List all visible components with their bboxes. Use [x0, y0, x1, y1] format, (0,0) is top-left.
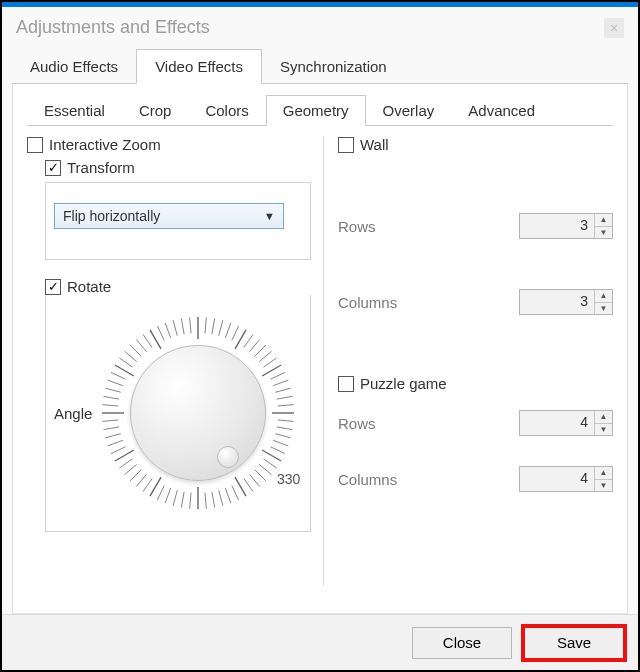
- svg-line-49: [111, 447, 126, 454]
- svg-line-52: [104, 427, 120, 430]
- svg-line-44: [137, 474, 147, 486]
- checkbox-icon: [338, 376, 354, 392]
- svg-line-64: [137, 339, 147, 351]
- puzzle-rows-spinner[interactable]: 4 ▲▼: [519, 410, 613, 436]
- svg-line-22: [274, 440, 289, 445]
- tab-overlay[interactable]: Overlay: [366, 95, 452, 125]
- tab-geometry[interactable]: Geometry: [266, 95, 366, 126]
- transform-checkbox[interactable]: Transform: [45, 159, 311, 176]
- stepper-down-icon[interactable]: ▼: [594, 480, 612, 492]
- svg-line-59: [111, 372, 126, 379]
- wall-rows-label: Rows: [338, 218, 376, 235]
- svg-line-12: [262, 365, 281, 376]
- geometry-left-column: Interactive Zoom Transform Flip horizont…: [27, 136, 323, 586]
- dial-end-value: 330: [277, 471, 300, 487]
- svg-line-55: [103, 405, 119, 406]
- tab-advanced[interactable]: Advanced: [451, 95, 552, 125]
- svg-line-68: [166, 323, 171, 338]
- tab-audio-effects[interactable]: Audio Effects: [12, 50, 136, 83]
- wall-checkbox[interactable]: Wall: [338, 136, 613, 153]
- checkbox-icon: [45, 160, 61, 176]
- sub-tabs: Essential Crop Colors Geometry Overlay A…: [27, 94, 613, 126]
- tab-crop[interactable]: Crop: [122, 95, 189, 125]
- interactive-zoom-checkbox[interactable]: Interactive Zoom: [27, 136, 311, 153]
- close-button[interactable]: Close: [412, 627, 512, 659]
- puzzle-cols-label: Columns: [338, 471, 397, 488]
- angle-label: Angle: [54, 405, 92, 422]
- titlebar: Adjustments and Effects ×: [2, 2, 638, 44]
- stepper-up-icon[interactable]: ▲: [594, 467, 612, 480]
- geometry-panel: Interactive Zoom Transform Flip horizont…: [27, 126, 613, 586]
- svg-line-32: [226, 488, 231, 503]
- transform-dropdown[interactable]: Flip horizontally ▼: [54, 203, 284, 229]
- svg-line-63: [130, 345, 141, 356]
- svg-line-37: [190, 493, 191, 509]
- svg-line-47: [120, 459, 133, 468]
- svg-line-4: [226, 323, 231, 338]
- svg-line-14: [274, 380, 289, 385]
- svg-line-67: [158, 326, 165, 341]
- geometry-right-column: Wall Rows 3 ▲▼ Columns 3 ▲▼: [323, 136, 613, 586]
- main-tabs: Audio Effects Video Effects Synchronizat…: [12, 48, 628, 84]
- svg-line-21: [276, 434, 291, 438]
- svg-line-2: [212, 318, 215, 334]
- svg-line-46: [125, 464, 137, 474]
- tab-colors[interactable]: Colors: [188, 95, 265, 125]
- svg-line-27: [255, 470, 266, 481]
- adjustments-effects-window: Adjustments and Effects × Audio Effects …: [0, 0, 640, 672]
- window-close-icon[interactable]: ×: [604, 18, 624, 38]
- tab-essential[interactable]: Essential: [27, 95, 122, 125]
- svg-line-17: [278, 405, 294, 406]
- svg-line-10: [260, 351, 272, 361]
- svg-line-35: [205, 493, 206, 509]
- wall-rows-spinner[interactable]: 3 ▲▼: [519, 213, 613, 239]
- svg-line-71: [190, 317, 191, 333]
- stepper-up-icon[interactable]: ▲: [594, 214, 612, 227]
- stepper-down-icon[interactable]: ▼: [594, 303, 612, 315]
- svg-line-7: [244, 334, 253, 347]
- puzzle-cols-spinner[interactable]: 4 ▲▼: [519, 466, 613, 492]
- transform-selected: Flip horizontally: [63, 208, 160, 224]
- svg-line-43: [143, 479, 152, 492]
- stepper-down-icon[interactable]: ▼: [594, 424, 612, 436]
- tab-synchronization[interactable]: Synchronization: [262, 50, 405, 83]
- svg-line-3: [219, 320, 223, 335]
- svg-line-40: [166, 488, 171, 503]
- tab-video-effects[interactable]: Video Effects: [136, 49, 262, 84]
- transform-group: Flip horizontally ▼: [45, 182, 311, 260]
- wall-cols-spinner[interactable]: 3 ▲▼: [519, 289, 613, 315]
- svg-line-24: [262, 450, 281, 461]
- wall-label: Wall: [360, 136, 389, 153]
- rotate-marker-icon: [217, 446, 239, 468]
- transform-label: Transform: [67, 159, 135, 176]
- stepper-up-icon[interactable]: ▲: [594, 290, 612, 303]
- rotate-knob[interactable]: [130, 345, 266, 481]
- svg-line-30: [235, 477, 246, 496]
- rotate-checkbox[interactable]: Rotate: [45, 278, 311, 295]
- puzzle-label: Puzzle game: [360, 375, 447, 392]
- puzzle-rows-label: Rows: [338, 415, 376, 432]
- svg-line-19: [278, 420, 294, 421]
- save-button[interactable]: Save: [524, 627, 624, 659]
- interactive-zoom-label: Interactive Zoom: [49, 136, 161, 153]
- svg-line-56: [104, 396, 120, 399]
- puzzle-rows-value: 4: [520, 411, 594, 435]
- stepper-down-icon[interactable]: ▼: [594, 227, 612, 239]
- svg-line-29: [244, 479, 253, 492]
- svg-line-5: [232, 326, 239, 341]
- svg-line-60: [115, 365, 134, 376]
- svg-line-31: [232, 486, 239, 501]
- svg-line-53: [103, 420, 119, 421]
- svg-line-70: [182, 318, 185, 334]
- puzzle-checkbox[interactable]: Puzzle game: [338, 375, 613, 392]
- wall-cols-value: 3: [520, 290, 594, 314]
- svg-line-69: [174, 320, 178, 335]
- chevron-down-icon: ▼: [264, 210, 275, 222]
- svg-line-28: [250, 474, 260, 486]
- video-effects-panel: Essential Crop Colors Geometry Overlay A…: [12, 84, 628, 614]
- stepper-up-icon[interactable]: ▲: [594, 411, 612, 424]
- svg-line-6: [235, 330, 246, 349]
- rotate-dial[interactable]: 330: [98, 313, 298, 513]
- svg-line-57: [106, 388, 121, 392]
- svg-line-1: [205, 317, 206, 333]
